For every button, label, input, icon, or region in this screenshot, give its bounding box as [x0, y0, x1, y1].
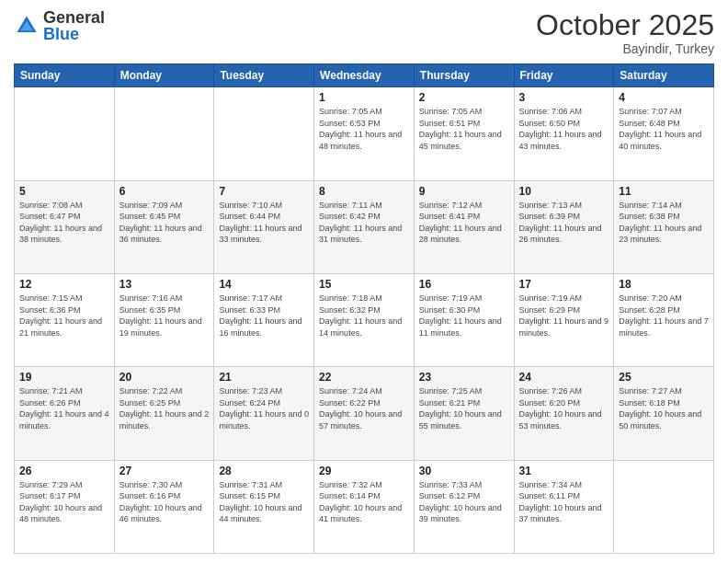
day-number: 25 — [619, 371, 709, 384]
header-friday: Friday — [514, 64, 614, 87]
day-number: 28 — [219, 465, 309, 477]
day-info: Sunrise: 7:25 AMSunset: 6:21 PMDaylight:… — [419, 385, 509, 431]
day-info: Sunrise: 7:08 AMSunset: 6:47 PMDaylight:… — [19, 200, 109, 246]
day-info: Sunrise: 7:12 AMSunset: 6:41 PMDaylight:… — [419, 200, 509, 246]
header-saturday: Saturday — [614, 64, 714, 87]
day-cell: 13Sunrise: 7:16 AMSunset: 6:35 PMDayligh… — [114, 273, 214, 366]
week-row-3: 12Sunrise: 7:15 AMSunset: 6:36 PMDayligh… — [15, 273, 714, 366]
page: General Blue October 2025 Bayindir, Turk… — [0, 0, 728, 563]
day-cell: 26Sunrise: 7:29 AMSunset: 6:17 PMDayligh… — [15, 460, 115, 553]
day-info: Sunrise: 7:32 AMSunset: 6:14 PMDaylight:… — [319, 479, 409, 525]
day-cell: 20Sunrise: 7:22 AMSunset: 6:25 PMDayligh… — [114, 367, 214, 460]
day-info: Sunrise: 7:15 AMSunset: 6:36 PMDaylight:… — [19, 293, 109, 339]
logo: General Blue — [14, 9, 105, 42]
header-monday: Monday — [114, 64, 214, 87]
day-info: Sunrise: 7:11 AMSunset: 6:42 PMDaylight:… — [319, 200, 409, 246]
week-row-2: 5Sunrise: 7:08 AMSunset: 6:47 PMDaylight… — [15, 180, 714, 273]
day-number: 10 — [519, 185, 609, 198]
week-row-5: 26Sunrise: 7:29 AMSunset: 6:17 PMDayligh… — [15, 460, 714, 553]
week-row-4: 19Sunrise: 7:21 AMSunset: 6:26 PMDayligh… — [15, 367, 714, 460]
day-info: Sunrise: 7:10 AMSunset: 6:44 PMDaylight:… — [219, 200, 309, 246]
header-sunday: Sunday — [15, 64, 115, 87]
day-info: Sunrise: 7:31 AMSunset: 6:15 PMDaylight:… — [219, 479, 309, 525]
day-number: 15 — [319, 278, 409, 291]
day-cell — [114, 87, 214, 180]
day-cell: 15Sunrise: 7:18 AMSunset: 6:32 PMDayligh… — [314, 273, 415, 366]
day-cell: 29Sunrise: 7:32 AMSunset: 6:14 PMDayligh… — [314, 460, 415, 553]
day-cell: 1Sunrise: 7:05 AMSunset: 6:53 PMDaylight… — [314, 87, 415, 180]
day-cell: 28Sunrise: 7:31 AMSunset: 6:15 PMDayligh… — [214, 460, 314, 553]
day-cell: 17Sunrise: 7:19 AMSunset: 6:29 PMDayligh… — [514, 273, 614, 366]
day-number: 31 — [519, 465, 609, 477]
day-number: 22 — [319, 371, 409, 384]
day-info: Sunrise: 7:30 AMSunset: 6:16 PMDaylight:… — [119, 479, 210, 525]
day-info: Sunrise: 7:19 AMSunset: 6:30 PMDaylight:… — [419, 293, 509, 339]
day-cell: 3Sunrise: 7:06 AMSunset: 6:50 PMDaylight… — [514, 87, 614, 180]
day-info: Sunrise: 7:23 AMSunset: 6:24 PMDaylight:… — [219, 385, 309, 431]
day-info: Sunrise: 7:09 AMSunset: 6:45 PMDaylight:… — [119, 200, 210, 246]
day-number: 16 — [419, 278, 509, 291]
header-tuesday: Tuesday — [214, 64, 314, 87]
logo-blue: Blue — [43, 26, 105, 42]
day-cell — [614, 460, 714, 553]
day-number: 26 — [19, 465, 109, 477]
day-cell: 7Sunrise: 7:10 AMSunset: 6:44 PMDaylight… — [214, 180, 314, 273]
day-info: Sunrise: 7:22 AMSunset: 6:25 PMDaylight:… — [119, 385, 210, 431]
day-cell: 10Sunrise: 7:13 AMSunset: 6:39 PMDayligh… — [514, 180, 614, 273]
day-cell: 27Sunrise: 7:30 AMSunset: 6:16 PMDayligh… — [114, 460, 214, 553]
day-cell: 2Sunrise: 7:05 AMSunset: 6:51 PMDaylight… — [414, 87, 514, 180]
header: General Blue October 2025 Bayindir, Turk… — [14, 9, 714, 56]
day-number: 4 — [619, 91, 709, 104]
day-cell: 24Sunrise: 7:26 AMSunset: 6:20 PMDayligh… — [514, 367, 614, 460]
day-number: 12 — [19, 278, 109, 291]
day-number: 5 — [19, 185, 109, 198]
day-cell: 25Sunrise: 7:27 AMSunset: 6:18 PMDayligh… — [614, 367, 714, 460]
day-number: 18 — [619, 278, 709, 291]
day-number: 23 — [419, 371, 509, 384]
day-cell: 6Sunrise: 7:09 AMSunset: 6:45 PMDaylight… — [114, 180, 214, 273]
day-number: 21 — [219, 371, 309, 384]
day-number: 9 — [419, 185, 509, 198]
day-cell — [214, 87, 314, 180]
day-info: Sunrise: 7:14 AMSunset: 6:38 PMDaylight:… — [619, 200, 709, 246]
day-cell: 21Sunrise: 7:23 AMSunset: 6:24 PMDayligh… — [214, 367, 314, 460]
day-number: 27 — [119, 465, 210, 477]
month-title: October 2025 — [536, 9, 714, 41]
day-number: 3 — [519, 91, 609, 104]
day-cell: 9Sunrise: 7:12 AMSunset: 6:41 PMDaylight… — [414, 180, 514, 273]
day-cell: 23Sunrise: 7:25 AMSunset: 6:21 PMDayligh… — [414, 367, 514, 460]
day-info: Sunrise: 7:05 AMSunset: 6:53 PMDaylight:… — [319, 106, 409, 152]
day-cell: 5Sunrise: 7:08 AMSunset: 6:47 PMDaylight… — [15, 180, 115, 273]
day-number: 14 — [219, 278, 309, 291]
day-cell: 31Sunrise: 7:34 AMSunset: 6:11 PMDayligh… — [514, 460, 614, 553]
day-number: 8 — [319, 185, 409, 198]
day-info: Sunrise: 7:34 AMSunset: 6:11 PMDaylight:… — [519, 479, 609, 525]
location-subtitle: Bayindir, Turkey — [536, 41, 714, 56]
header-wednesday: Wednesday — [314, 64, 415, 87]
day-info: Sunrise: 7:33 AMSunset: 6:12 PMDaylight:… — [419, 479, 509, 525]
day-number: 29 — [319, 465, 409, 477]
day-cell — [15, 87, 115, 180]
logo-icon — [14, 13, 40, 39]
day-cell: 14Sunrise: 7:17 AMSunset: 6:33 PMDayligh… — [214, 273, 314, 366]
day-info: Sunrise: 7:19 AMSunset: 6:29 PMDaylight:… — [519, 293, 609, 339]
day-info: Sunrise: 7:20 AMSunset: 6:28 PMDaylight:… — [619, 293, 709, 339]
day-number: 24 — [519, 371, 609, 384]
day-cell: 8Sunrise: 7:11 AMSunset: 6:42 PMDaylight… — [314, 180, 415, 273]
day-info: Sunrise: 7:16 AMSunset: 6:35 PMDaylight:… — [119, 293, 210, 339]
day-info: Sunrise: 7:21 AMSunset: 6:26 PMDaylight:… — [19, 385, 109, 431]
header-row: SundayMondayTuesdayWednesdayThursdayFrid… — [15, 64, 714, 87]
day-cell: 19Sunrise: 7:21 AMSunset: 6:26 PMDayligh… — [15, 367, 115, 460]
day-cell: 30Sunrise: 7:33 AMSunset: 6:12 PMDayligh… — [414, 460, 514, 553]
day-cell: 4Sunrise: 7:07 AMSunset: 6:48 PMDaylight… — [614, 87, 714, 180]
day-number: 13 — [119, 278, 210, 291]
day-number: 7 — [219, 185, 309, 198]
day-cell: 12Sunrise: 7:15 AMSunset: 6:36 PMDayligh… — [15, 273, 115, 366]
day-info: Sunrise: 7:06 AMSunset: 6:50 PMDaylight:… — [519, 106, 609, 152]
day-number: 19 — [19, 371, 109, 384]
day-info: Sunrise: 7:27 AMSunset: 6:18 PMDaylight:… — [619, 385, 709, 431]
day-number: 17 — [519, 278, 609, 291]
calendar-table: SundayMondayTuesdayWednesdayThursdayFrid… — [14, 63, 714, 554]
day-info: Sunrise: 7:05 AMSunset: 6:51 PMDaylight:… — [419, 106, 509, 152]
day-info: Sunrise: 7:29 AMSunset: 6:17 PMDaylight:… — [19, 479, 109, 525]
